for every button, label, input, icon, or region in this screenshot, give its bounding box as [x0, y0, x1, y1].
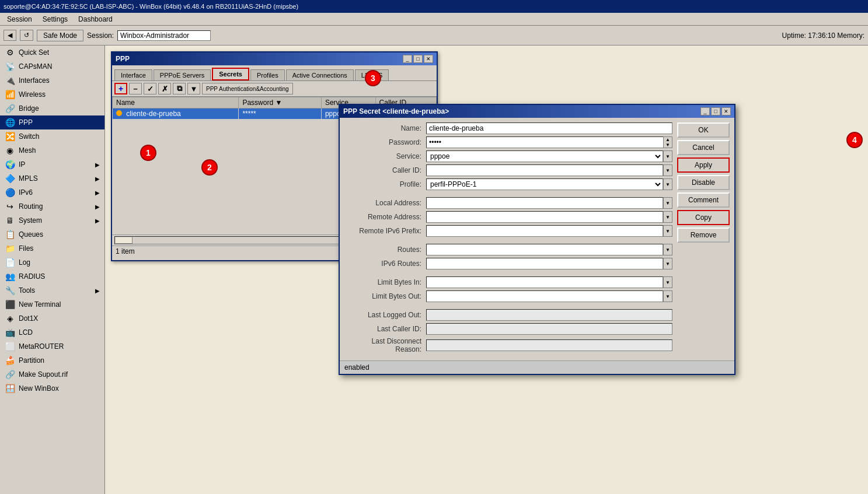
tab-interface[interactable]: Interface	[114, 69, 152, 80]
sidebar-item-dot1x[interactable]: ◈ Dot1X	[0, 311, 104, 325]
field-limit-bytes-out-input[interactable]	[426, 290, 663, 302]
sidebar-item-lcd[interactable]: 📺 LCD	[0, 325, 104, 339]
ppp-close-button[interactable]: ✕	[424, 55, 433, 63]
sidebar-label-ppp: PPP	[19, 118, 33, 127]
copy-secret-button[interactable]: ⧉	[173, 83, 186, 94]
sidebar-item-partition[interactable]: 🍰 Partition	[0, 353, 104, 367]
sidebar-item-switch[interactable]: 🔀 Switch	[0, 129, 104, 143]
ppp-minimize-button[interactable]: _	[403, 55, 412, 63]
sidebar-label-mesh: Mesh	[19, 146, 36, 155]
local-address-dropdown-btn[interactable]: ▼	[663, 197, 672, 209]
disable-button[interactable]: Disable	[677, 175, 730, 190]
copy-button[interactable]: Copy	[677, 210, 730, 225]
uncheck-secret-button[interactable]: ✗	[158, 83, 171, 94]
sidebar-item-ppp[interactable]: 🌐 PPP	[0, 115, 104, 129]
field-service-select[interactable]: pppoe	[426, 150, 663, 162]
field-name-row: Name:	[344, 122, 672, 134]
profile-dropdown-btn[interactable]: ▼	[663, 178, 672, 190]
add-secret-button[interactable]: +	[114, 83, 127, 94]
field-password-container: ▲ ▼	[426, 136, 672, 148]
apply-button[interactable]: Apply	[677, 157, 730, 173]
cancel-button[interactable]: Cancel	[677, 140, 730, 155]
mesh-icon: ◉	[5, 145, 15, 156]
sidebar-item-wireless[interactable]: 📶 Wireless	[0, 87, 104, 101]
field-local-address-input[interactable]	[426, 197, 663, 209]
tab-pppoe-servers[interactable]: PPPoE Servers	[154, 69, 211, 80]
sidebar-item-quick-set[interactable]: ⚙ Quick Set	[0, 45, 104, 59]
sidebar-item-routing[interactable]: ↪ Routing ▶	[0, 199, 104, 213]
sidebar-item-system[interactable]: 🖥 System ▶	[0, 213, 104, 227]
limit-bytes-out-dropdown-btn[interactable]: ▼	[663, 290, 672, 302]
limit-bytes-in-dropdown-btn[interactable]: ▼	[663, 276, 672, 288]
system-submenu-arrow: ▶	[95, 218, 100, 224]
safe-mode-button[interactable]: Safe Mode	[37, 30, 83, 41]
field-password-input[interactable]	[426, 136, 663, 148]
sidebar-item-capsman[interactable]: 📡 CAPsMAN	[0, 59, 104, 73]
session-input[interactable]	[117, 30, 211, 41]
secret-close-button[interactable]: ✕	[721, 107, 731, 115]
sidebar-item-interfaces[interactable]: 🔌 Interfaces	[0, 73, 104, 87]
secret-minimize-button[interactable]: _	[700, 107, 710, 115]
sidebar-item-mpls[interactable]: 🔷 MPLS ▶	[0, 171, 104, 185]
sidebar-item-mesh[interactable]: ◉ Mesh	[0, 143, 104, 157]
tab-l2tp[interactable]: L2TP S	[355, 69, 389, 80]
remote-ipv6-prefix-dropdown-btn[interactable]: ▼	[663, 225, 672, 237]
sidebar-item-tools[interactable]: 🔧 Tools ▶	[0, 283, 104, 297]
menu-dashboard[interactable]: Dashboard	[74, 14, 117, 24]
field-service-container: pppoe ▼	[426, 150, 672, 162]
sidebar-item-files[interactable]: 📁 Files	[0, 241, 104, 255]
tab-secrets[interactable]: Secrets	[212, 68, 249, 80]
status-indicator	[116, 110, 122, 116]
bridge-icon: 🔗	[5, 103, 15, 114]
ppp-maximize-button[interactable]: □	[413, 55, 423, 63]
ipv6-routes-dropdown-btn[interactable]: ▼	[663, 258, 672, 269]
filter-secret-button[interactable]: ▼	[187, 83, 200, 94]
sidebar-item-ipv6[interactable]: 🔵 IPv6 ▶	[0, 185, 104, 199]
lcd-icon: 📺	[5, 327, 15, 338]
field-name-input[interactable]	[426, 122, 672, 134]
secret-maximize-button[interactable]: □	[711, 107, 720, 115]
remove-secret-button[interactable]: −	[129, 83, 142, 94]
field-remote-address-row: Remote Address: ▼	[344, 211, 672, 223]
field-ipv6-routes-input[interactable]	[426, 258, 663, 269]
remove-button[interactable]: Remove	[677, 227, 730, 243]
make-supout-icon: 🔗	[5, 369, 15, 380]
sidebar-item-queues[interactable]: 📋 Queues	[0, 227, 104, 241]
field-password-row: Password: ▲ ▼	[344, 136, 672, 148]
ppp-auth-tab-btn[interactable]: PPP Authentication&Accounting	[202, 83, 293, 94]
tab-profiles[interactable]: Profiles	[250, 69, 285, 80]
sidebar-item-new-winbox[interactable]: 🪟 New WinBox	[0, 381, 104, 395]
remote-address-dropdown-btn[interactable]: ▼	[663, 211, 672, 223]
sidebar-item-log[interactable]: 📄 Log	[0, 255, 104, 269]
sidebar-item-bridge[interactable]: 🔗 Bridge	[0, 101, 104, 115]
tab-active-connections[interactable]: Active Connections	[286, 69, 354, 80]
check-secret-button[interactable]: ✓	[144, 83, 156, 94]
field-profile-select[interactable]: perfil-PPPoE-1	[426, 178, 663, 190]
routes-dropdown-btn[interactable]: ▼	[663, 244, 672, 255]
sidebar-item-radius[interactable]: 👥 RADIUS	[0, 269, 104, 283]
password-arrow-btn[interactable]: ▲ ▼	[663, 136, 672, 148]
ppp-window-titlebar: PPP _ □ ✕	[112, 52, 437, 65]
field-remote-ipv6-prefix-input[interactable]	[426, 225, 663, 237]
caller-id-dropdown-btn[interactable]: ▼	[663, 164, 672, 176]
sidebar-label-log: Log	[19, 258, 30, 267]
comment-button[interactable]: Comment	[677, 192, 730, 208]
menu-settings[interactable]: Settings	[38, 14, 72, 24]
sidebar-item-metarouter[interactable]: ⬜ MetaROUTER	[0, 339, 104, 353]
back-button[interactable]: ◀	[4, 30, 16, 41]
sidebar-item-new-terminal[interactable]: ⬛ New Terminal	[0, 297, 104, 311]
menu-session[interactable]: Session	[2, 14, 37, 24]
field-limit-bytes-in-input[interactable]	[426, 276, 663, 288]
field-remote-address-input[interactable]	[426, 211, 663, 223]
field-caller-id-input[interactable]	[426, 164, 663, 176]
field-routes-input[interactable]	[426, 244, 663, 255]
ok-button[interactable]: OK	[677, 122, 730, 138]
sidebar-item-ip[interactable]: 🌍 IP ▶	[0, 157, 104, 171]
field-routes-row: Routes: ▼	[344, 244, 672, 255]
forward-button[interactable]: ↺	[20, 30, 33, 41]
annotation-4: 4	[846, 132, 863, 148]
service-dropdown-btn[interactable]: ▼	[663, 150, 672, 162]
sidebar-label-switch: Switch	[19, 132, 39, 141]
sidebar-label-make-supout: Make Supout.rif	[19, 370, 68, 379]
sidebar-item-make-supout[interactable]: 🔗 Make Supout.rif	[0, 367, 104, 381]
